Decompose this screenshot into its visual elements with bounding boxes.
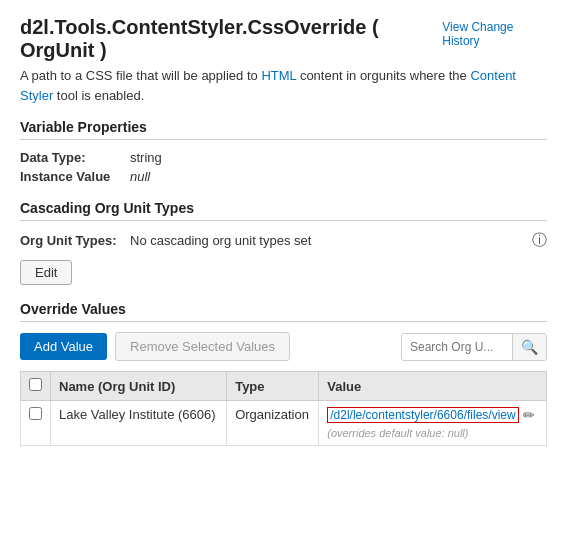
variable-properties-section: Variable Properties Data Type: string In… <box>20 119 547 184</box>
org-unit-types-label: Org Unit Types: <box>20 233 130 248</box>
variable-properties-title: Variable Properties <box>20 119 547 140</box>
override-values-table: Name (Org Unit ID) Type Value Lake Valle… <box>20 371 547 446</box>
search-container: 🔍 <box>401 333 547 361</box>
row-name: Lake Valley Institute (6606) <box>51 401 227 446</box>
row-type: Organization <box>227 401 319 446</box>
search-icon: 🔍 <box>521 339 538 355</box>
cascading-org-unit-types-section: Cascading Org Unit Types Org Unit Types:… <box>20 200 547 285</box>
instance-value-label: Instance Value <box>20 169 130 184</box>
override-values-section: Override Values Add Value Remove Selecte… <box>20 301 547 446</box>
edit-pencil-icon[interactable]: ✏ <box>523 407 535 423</box>
select-all-checkbox[interactable] <box>29 378 42 391</box>
page-title: d2l.Tools.ContentStyler.CssOverride ( Or… <box>20 16 442 62</box>
add-value-button[interactable]: Add Value <box>20 333 107 360</box>
instance-value-value: null <box>130 169 150 184</box>
data-type-label: Data Type: <box>20 150 130 165</box>
actions-row: Add Value Remove Selected Values 🔍 <box>20 332 547 361</box>
overrides-note: (overrides default value: null) <box>327 427 538 439</box>
table-header-checkbox <box>21 372 51 401</box>
edit-button[interactable]: Edit <box>20 260 72 285</box>
table-header-name: Name (Org Unit ID) <box>51 372 227 401</box>
row-checkbox[interactable] <box>29 407 42 420</box>
description: A path to a CSS file that will be applie… <box>20 66 547 105</box>
help-icon[interactable]: ⓘ <box>532 231 547 250</box>
org-unit-types-value: No cascading org unit types set <box>130 233 532 248</box>
table-header-type: Type <box>227 372 319 401</box>
row-value: /d2l/le/contentstyler/6606/files/view✏(o… <box>319 401 547 446</box>
table-row: Lake Valley Institute (6606)Organization… <box>21 401 547 446</box>
value-link[interactable]: /d2l/le/contentstyler/6606/files/view <box>327 407 518 423</box>
table-header-value: Value <box>319 372 547 401</box>
view-change-history-link[interactable]: View Change History <box>442 20 547 48</box>
override-values-title: Override Values <box>20 301 547 322</box>
search-input[interactable] <box>402 335 512 359</box>
search-icon-button[interactable]: 🔍 <box>512 334 546 360</box>
row-checkbox-cell <box>21 401 51 446</box>
remove-selected-button[interactable]: Remove Selected Values <box>115 332 290 361</box>
cascading-org-unit-types-title: Cascading Org Unit Types <box>20 200 547 221</box>
html-link[interactable]: HTML <box>261 68 296 83</box>
data-type-value: string <box>130 150 162 165</box>
